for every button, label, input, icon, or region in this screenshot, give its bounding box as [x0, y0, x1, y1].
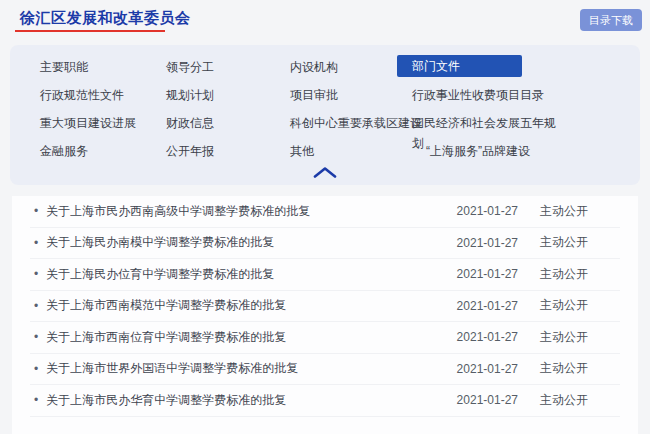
- nav-grid: 主要职能 领导分工 内设机构 部门文件 行政规范性文件 规划计划 项目审批 行政…: [10, 45, 640, 169]
- nav-item-planning[interactable]: 规划计划: [166, 85, 290, 113]
- table-row: • 关于上海市西南模范中学调整学费标准的批复 2021-01-27 主动公开: [30, 291, 620, 323]
- document-list-panel: • 关于上海市民办西南高级中学调整学费标准的批复 2021-01-27 主动公开…: [12, 196, 638, 434]
- nav-panel: 主要职能 领导分工 内设机构 部门文件 行政规范性文件 规划计划 项目审批 行政…: [10, 45, 640, 185]
- table-row: • 关于上海市西南位育中学调整学费标准的批复 2021-01-27 主动公开: [30, 322, 620, 354]
- disclosure-tag: 主动公开: [540, 392, 588, 409]
- nav-item-shanghai-service-brand[interactable]: “上海服务”品牌建设: [412, 141, 620, 169]
- bullet-icon: •: [34, 330, 38, 344]
- table-row: • 关于上海民办南模中学调整学费标准的批复 2021-01-27 主动公开: [30, 228, 620, 260]
- nav-item-regulatory-docs[interactable]: 行政规范性文件: [40, 85, 166, 113]
- nav-item-other[interactable]: 其他: [290, 141, 412, 169]
- document-date: 2021-01-27: [457, 330, 518, 344]
- nav-item-fee-catalog[interactable]: 行政事业性收费项目目录: [412, 85, 620, 113]
- page-title: 徐汇区发展和改革委员会: [20, 9, 191, 28]
- nav-item-five-year-plan[interactable]: 国民经济和社会发展五年规划: [412, 113, 564, 141]
- bullet-icon: •: [34, 299, 38, 313]
- disclosure-tag: 主动公开: [540, 203, 588, 220]
- document-date: 2021-01-27: [457, 236, 518, 250]
- document-link[interactable]: 关于上海市民办华育中学调整学费标准的批复: [46, 392, 456, 409]
- document-date: 2021-01-27: [457, 267, 518, 281]
- table-row: • 关于上海市民办华育中学调整学费标准的批复 2021-01-27 主动公开: [30, 385, 620, 417]
- disclosure-tag: 主动公开: [540, 297, 588, 314]
- document-link[interactable]: 关于上海市民办西南高级中学调整学费标准的批复: [46, 203, 456, 220]
- bullet-icon: •: [34, 362, 38, 376]
- table-row: • 关于上海市世界外国语中学调整学费标准的批复 2021-01-27 主动公开: [30, 354, 620, 386]
- disclosure-tag: 主动公开: [540, 360, 588, 377]
- bullet-icon: •: [34, 267, 38, 281]
- bullet-icon: •: [34, 393, 38, 407]
- nav-item-fiscal-info[interactable]: 财政信息: [166, 113, 290, 141]
- document-date: 2021-01-27: [457, 362, 518, 376]
- collapse-button[interactable]: [310, 165, 340, 179]
- document-link[interactable]: 关于上海民办南模中学调整学费标准的批复: [46, 234, 456, 251]
- document-link[interactable]: 关于上海市西南位育中学调整学费标准的批复: [46, 329, 456, 346]
- nav-item-main-functions[interactable]: 主要职能: [40, 57, 166, 85]
- title-underline: [15, 30, 165, 32]
- nav-item-internal-orgs[interactable]: 内设机构: [290, 57, 412, 85]
- document-date: 2021-01-27: [457, 393, 518, 407]
- table-row: • 关于上海市民办西南高级中学调整学费标准的批复 2021-01-27 主动公开: [30, 196, 620, 228]
- nav-item-major-projects[interactable]: 重大项目建设进展: [40, 113, 166, 141]
- document-date: 2021-01-27: [457, 299, 518, 313]
- document-link[interactable]: 关于上海市世界外国语中学调整学费标准的批复: [46, 360, 456, 377]
- nav-item-leadership[interactable]: 领导分工: [166, 57, 290, 85]
- document-link[interactable]: 关于上海民办位育中学调整学费标准的批复: [46, 266, 456, 283]
- disclosure-tag: 主动公开: [540, 234, 588, 251]
- bullet-icon: •: [34, 204, 38, 218]
- bullet-icon: •: [34, 236, 38, 250]
- directory-download-button[interactable]: 目录下载: [580, 9, 642, 31]
- chevron-up-icon: [313, 167, 337, 178]
- nav-item-sci-tech-center[interactable]: 科创中心重要承载区建设: [290, 113, 412, 141]
- document-link[interactable]: 关于上海市西南模范中学调整学费标准的批复: [46, 297, 456, 314]
- document-date: 2021-01-27: [457, 204, 518, 218]
- nav-item-annual-report[interactable]: 公开年报: [166, 141, 290, 169]
- nav-item-financial-services[interactable]: 金融服务: [40, 141, 166, 169]
- disclosure-tag: 主动公开: [540, 266, 588, 283]
- disclosure-tag: 主动公开: [540, 329, 588, 346]
- nav-item-project-approval[interactable]: 项目审批: [290, 85, 412, 113]
- table-row: • 关于上海民办位育中学调整学费标准的批复 2021-01-27 主动公开: [30, 259, 620, 291]
- nav-item-department-documents-active[interactable]: 部门文件: [397, 55, 522, 77]
